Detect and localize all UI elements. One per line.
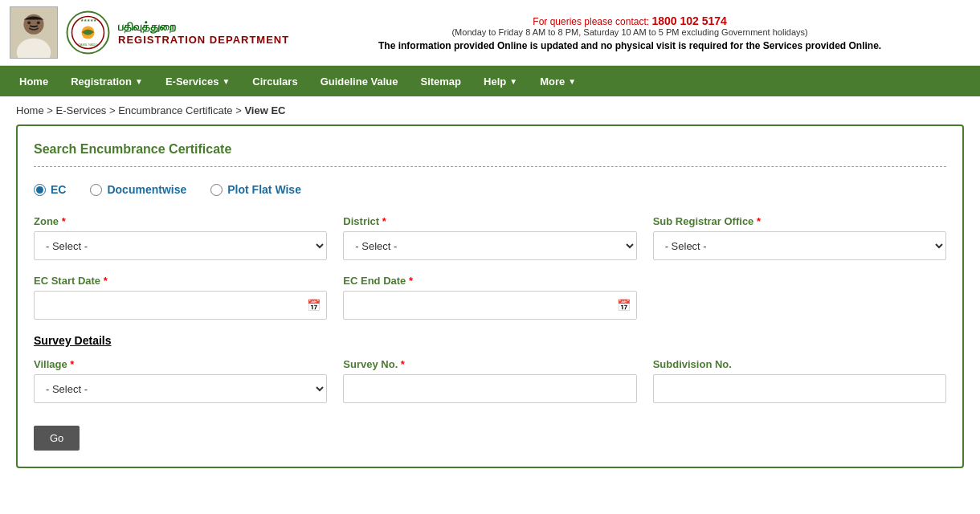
breadcrumb-ec[interactable]: Encumbrance Certificate [118, 104, 232, 116]
contact-info: For queries please contact: 1800 102 517… [289, 14, 970, 51]
svg-point-5 [37, 21, 40, 24]
nav-help-arrow: ▼ [509, 77, 517, 86]
breadcrumb: Home > E-Services > Encumbrance Certific… [0, 96, 980, 124]
radio-ec[interactable]: EC [34, 183, 66, 196]
sub-registrar-label: Sub Registrar Office * [653, 215, 946, 227]
village-select[interactable]: - Select - [34, 374, 327, 403]
subdivision-no-group: Subdivision No. [653, 358, 946, 403]
survey-no-label: Survey No. * [343, 358, 636, 370]
nav-home[interactable]: Home [8, 66, 59, 96]
nav-registration-arrow: ▼ [135, 77, 143, 86]
submit-button[interactable]: Go [34, 426, 80, 451]
zone-select[interactable]: - Select - [34, 231, 327, 260]
subdivision-no-label: Subdivision No. [653, 358, 946, 370]
nav-eservices[interactable]: E-Services▼ [154, 66, 241, 96]
district-label: District * [343, 215, 636, 227]
main-navbar: Home Registration▼ E-Services▼ Circulars… [0, 66, 980, 96]
nav-eservices-arrow: ▼ [222, 77, 230, 86]
breadcrumb-current: View EC [244, 104, 285, 116]
svg-text:TAMIL NADU: TAMIL NADU [79, 43, 98, 47]
village-label: Village * [34, 358, 327, 370]
ec-start-date-label: EC Start Date * [34, 275, 327, 287]
section-divider [34, 166, 946, 167]
dept-english-text: REGISTRATION DEPARTMENT [118, 34, 289, 46]
survey-no-input[interactable] [343, 374, 636, 403]
ec-end-date-label: EC End Date * [343, 275, 636, 287]
breadcrumb-eservices[interactable]: E-Services [56, 104, 107, 116]
radio-plotflatwise[interactable]: Plot Flat Wise [210, 183, 301, 196]
ec-end-date-group: EC End Date * 📅 [343, 275, 636, 320]
radio-ec-input[interactable] [34, 184, 46, 196]
survey-no-required: * [398, 358, 405, 370]
district-group: District * - Select - [343, 215, 636, 260]
dept-tamil-text: பதிவுத்துறை [118, 20, 289, 34]
ec-start-date-group: EC Start Date * 📅 [34, 275, 327, 320]
village-group: Village * - Select - [34, 358, 327, 403]
nav-help[interactable]: Help▼ [472, 66, 529, 96]
dept-emblem: ★★★★★ TAMIL NADU [66, 6, 110, 59]
nav-more-arrow: ▼ [568, 77, 576, 86]
radio-plotflatwise-input[interactable] [210, 184, 223, 196]
sub-registrar-required: * [753, 215, 761, 227]
submit-row: Go [34, 418, 946, 451]
dept-name-block: பதிவுத்துறை REGISTRATION DEPARTMENT [118, 20, 289, 46]
ec-start-date-wrapper: 📅 [34, 291, 327, 320]
radio-documentwise-input[interactable] [90, 184, 102, 196]
svg-text:★★★★★: ★★★★★ [80, 18, 97, 22]
section-title: Search Encumbrance Certificate [34, 142, 946, 157]
village-required: * [67, 358, 75, 370]
sub-registrar-group: Sub Registrar Office * - Select - [653, 215, 946, 260]
ec-start-date-required: * [100, 275, 108, 287]
row-dates: EC Start Date * 📅 EC End Date * 📅 [34, 275, 946, 320]
row-zone-district-subregistrar: Zone * - Select - District * - Select - … [34, 215, 946, 260]
nav-guideline-value[interactable]: Guideline Value [309, 66, 410, 96]
contact-line1: For queries please contact: 1800 102 517… [289, 14, 970, 27]
nav-circulars[interactable]: Circulars [241, 66, 308, 96]
main-form-container: Search Encumbrance Certificate EC Docume… [16, 124, 964, 468]
svg-point-4 [27, 21, 31, 24]
nav-registration[interactable]: Registration▼ [59, 66, 154, 96]
zone-group: Zone * - Select - [34, 215, 327, 260]
ec-end-date-wrapper: 📅 [343, 291, 636, 320]
sub-registrar-select[interactable]: - Select - [653, 231, 946, 260]
official-avatar [10, 6, 58, 59]
row-survey: Village * - Select - Survey No. * Subdiv… [34, 358, 946, 403]
nav-more[interactable]: More▼ [529, 66, 587, 96]
zone-required: * [59, 215, 66, 227]
ec-end-date-required: * [406, 275, 413, 287]
zone-label: Zone * [34, 215, 327, 227]
radio-documentwise[interactable]: Documentwise [90, 183, 186, 196]
breadcrumb-home[interactable]: Home [16, 104, 44, 116]
ec-start-date-input[interactable] [34, 291, 327, 320]
district-required: * [379, 215, 386, 227]
subdivision-no-input[interactable] [653, 374, 946, 403]
ec-end-date-input[interactable] [343, 291, 636, 320]
nav-sitemap[interactable]: Sitemap [409, 66, 472, 96]
district-select[interactable]: - Select - [343, 231, 636, 260]
page-header: ★★★★★ TAMIL NADU பதிவுத்துறை REGISTRATIO… [0, 0, 980, 66]
search-type-radios: EC Documentwise Plot Flat Wise [34, 183, 946, 196]
logo-area: ★★★★★ TAMIL NADU பதிவுத்துறை REGISTRATIO… [10, 6, 289, 59]
contact-hours: (Monday to Friday 8 AM to 8 PM, Saturday… [289, 27, 970, 37]
contact-note: The information provided Online is updat… [289, 40, 970, 51]
survey-no-group: Survey No. * [343, 358, 636, 403]
survey-details-title: Survey Details [34, 334, 946, 347]
